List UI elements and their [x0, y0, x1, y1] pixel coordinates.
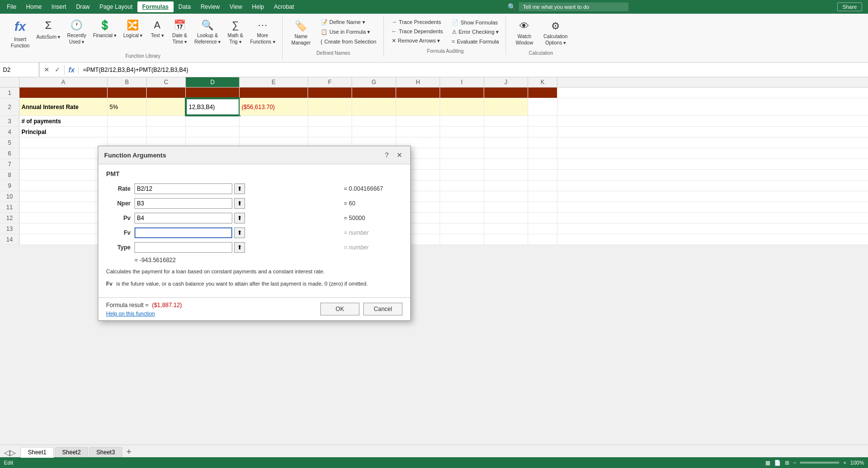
cell-K7[interactable]: [528, 159, 557, 169]
row-header-8[interactable]: 8: [0, 170, 20, 180]
cell-G4[interactable]: [352, 127, 396, 137]
menu-home[interactable]: Home: [21, 1, 46, 12]
cell-G2[interactable]: [352, 98, 396, 115]
cell-D1[interactable]: [186, 88, 240, 98]
row-header-13[interactable]: 13: [0, 223, 20, 234]
ok-button[interactable]: OK: [320, 303, 359, 315]
formula-input[interactable]: =PMT(B2/12,B3,B4)+PMT(B2/12,B3,B4): [79, 67, 868, 73]
menu-acrobat[interactable]: Acrobat: [269, 1, 299, 12]
create-from-selection-btn[interactable]: { Create from Selection: [318, 37, 379, 46]
cell-J8[interactable]: [484, 170, 528, 180]
date-time-btn[interactable]: 📅 Date &Time ▾: [169, 17, 190, 47]
row-header-10[interactable]: 10: [0, 191, 20, 201]
col-header-J[interactable]: J: [484, 77, 528, 87]
cell-K3[interactable]: [528, 116, 557, 126]
cell-C1[interactable]: [147, 88, 186, 98]
row-header-2[interactable]: 2: [0, 98, 20, 115]
add-sheet-btn[interactable]: +: [126, 447, 132, 457]
col-header-D[interactable]: D: [186, 77, 240, 87]
cell-A3[interactable]: # of payments: [20, 116, 108, 126]
cell-I13[interactable]: [440, 223, 484, 234]
cell-B4[interactable]: [108, 127, 147, 137]
cell-A6[interactable]: [20, 148, 108, 158]
cell-A1[interactable]: [20, 88, 108, 98]
cell-ref-box[interactable]: D2: [0, 63, 39, 77]
cell-K13[interactable]: [528, 223, 557, 234]
cell-H4[interactable]: [396, 127, 440, 137]
cell-G1[interactable]: [352, 88, 396, 98]
cell-J7[interactable]: [484, 159, 528, 169]
show-formulas-btn[interactable]: 📄 Show Formulas: [449, 18, 502, 27]
sheet-scroll-left[interactable]: ◁: [4, 448, 10, 457]
dialog-close-btn[interactable]: ✕: [395, 150, 404, 160]
trace-dependents-btn[interactable]: ← Trace Dependents: [389, 27, 446, 36]
cell-E2[interactable]: ($56,613.70): [240, 98, 308, 115]
cell-K9[interactable]: [528, 180, 557, 191]
cell-A11[interactable]: [20, 202, 108, 212]
define-name-btn[interactable]: 📝 Define Name ▾: [318, 18, 379, 27]
cell-C4[interactable]: [147, 127, 186, 137]
cell-I4[interactable]: [440, 127, 484, 137]
math-trig-btn[interactable]: ∑ Math &Trig ▾: [224, 17, 246, 47]
menu-data[interactable]: Data: [174, 1, 196, 12]
cell-K6[interactable]: [528, 148, 557, 158]
cell-J4[interactable]: [484, 127, 528, 137]
watch-window-btn[interactable]: 👁 WatchWindow: [511, 18, 537, 48]
name-manager-btn[interactable]: 🏷️ NameManager: [288, 18, 315, 48]
cell-J10[interactable]: [484, 191, 528, 201]
row-header-9[interactable]: 9: [0, 180, 20, 191]
cell-K11[interactable]: [528, 202, 557, 212]
lookup-reference-btn[interactable]: 🔍 Lookup &Reference ▾: [191, 17, 223, 47]
insert-function-btn[interactable]: fx InsertFunction: [8, 17, 32, 51]
recently-used-btn[interactable]: 🕐 RecentlyUsed ▾: [64, 17, 89, 47]
cell-I14[interactable]: [440, 234, 484, 245]
cell-I3[interactable]: [440, 116, 484, 126]
cell-C2[interactable]: [147, 98, 186, 115]
cell-B2[interactable]: 5%: [108, 98, 147, 115]
cell-I8[interactable]: [440, 170, 484, 180]
search-box[interactable]: Tell me what you want to do: [519, 2, 628, 11]
cell-B1[interactable]: [108, 88, 147, 98]
cell-I2[interactable]: [440, 98, 484, 115]
col-header-G[interactable]: G: [352, 77, 396, 87]
cell-E1[interactable]: [240, 88, 308, 98]
cell-J11[interactable]: [484, 202, 528, 212]
cell-C3[interactable]: [147, 116, 186, 126]
nper-input[interactable]: [134, 198, 232, 209]
cell-G3[interactable]: [352, 116, 396, 126]
cell-F1[interactable]: [308, 88, 352, 98]
menu-view[interactable]: View: [225, 1, 247, 12]
cell-J3[interactable]: [484, 116, 528, 126]
cell-K4[interactable]: [528, 127, 557, 137]
row-header-12[interactable]: 12: [0, 213, 20, 223]
cell-J2[interactable]: [484, 98, 528, 115]
fv-input[interactable]: [134, 227, 232, 238]
financial-btn[interactable]: 💲 Financial ▾: [90, 17, 119, 41]
cancel-formula-btn[interactable]: ✕: [42, 65, 51, 75]
cell-K5[interactable]: [528, 137, 557, 148]
cell-J6[interactable]: [484, 148, 528, 158]
rate-input[interactable]: [134, 183, 232, 194]
sheet-tab-1[interactable]: Sheet1: [21, 447, 54, 458]
cell-I6[interactable]: [440, 148, 484, 158]
menu-file[interactable]: File: [2, 1, 21, 12]
row-header-7[interactable]: 7: [0, 159, 20, 169]
text-btn[interactable]: A Text ▾: [146, 17, 168, 41]
remove-arrows-btn[interactable]: ✕ Remove Arrows ▾: [389, 36, 446, 45]
menu-review[interactable]: Review: [196, 1, 224, 12]
row-header-1[interactable]: 1: [0, 88, 20, 98]
cell-J14[interactable]: [484, 234, 528, 245]
menu-draw[interactable]: Draw: [71, 1, 94, 12]
cell-K8[interactable]: [528, 170, 557, 180]
cell-A12[interactable]: [20, 213, 108, 223]
cell-A5[interactable]: [20, 137, 108, 148]
menu-help[interactable]: Help: [247, 1, 269, 12]
cell-I7[interactable]: [440, 159, 484, 169]
col-header-K[interactable]: K: [528, 77, 557, 87]
row-header-3[interactable]: 3: [0, 116, 20, 126]
zoom-in-btn[interactable]: +: [843, 460, 846, 466]
zoom-out-btn[interactable]: −: [793, 460, 796, 466]
nper-collapse-btn[interactable]: ⬆: [234, 198, 245, 209]
normal-view-btn[interactable]: ▦: [765, 460, 770, 466]
cell-D2[interactable]: 12,B3,B4): [186, 98, 240, 115]
